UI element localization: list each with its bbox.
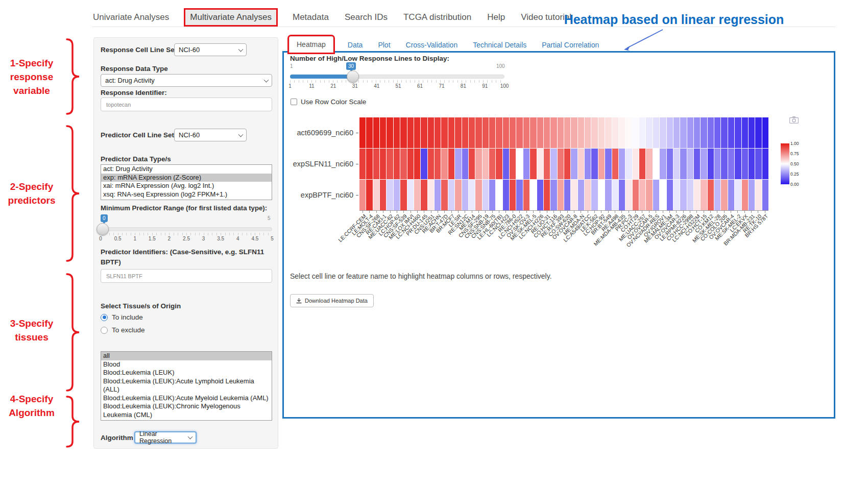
tab-cross-validation[interactable]: Cross-Validation [405,37,459,53]
heatmap-cell[interactable] [469,180,475,210]
tab-plot[interactable]: Plot [377,37,391,53]
heatmap-cell[interactable] [387,117,393,148]
heatmap-cell[interactable] [653,149,659,179]
heatmap-cell[interactable] [455,117,461,148]
heatmap-cell[interactable] [701,149,707,179]
heatmap-cell[interactable] [441,149,447,179]
heatmap-cell[interactable] [585,180,591,210]
heatmap-cell[interactable] [503,180,509,210]
heatmap-cell[interactable] [359,180,366,210]
heatmap-cell[interactable] [591,180,597,210]
heatmap-cell[interactable] [462,180,468,210]
heatmap-cell[interactable] [400,117,406,148]
algorithm-select[interactable]: Linear Regression [134,431,197,444]
tab-data[interactable]: Data [347,37,364,53]
heatmap-cell[interactable] [571,117,577,148]
heatmap-cell[interactable] [394,149,400,179]
predictor-data-type-option[interactable]: exp: mRNA Expression (Z-Score) [101,174,272,182]
heatmap-cell[interactable] [571,180,577,210]
heatmap-cell[interactable] [721,117,727,148]
heatmap-cell[interactable] [359,117,366,148]
heatmap-cell[interactable] [742,149,748,179]
heatmap-cell[interactable] [762,149,768,179]
nav-item-multivariate-analyses[interactable]: Multivariate Analyses [184,8,278,27]
heatmap-cell[interactable] [721,180,727,210]
heatmap-cell[interactable] [694,149,700,179]
heatmap-cell[interactable] [503,117,509,148]
heatmap-cell[interactable] [625,180,632,210]
heatmap-cell[interactable] [489,180,495,210]
heatmap-cell[interactable] [673,149,680,179]
heatmap-cell[interactable] [728,149,734,179]
heatmap-cell[interactable] [550,149,557,179]
heatmap-cell[interactable] [680,117,686,148]
heatmap-cell[interactable] [530,117,536,148]
heatmap-cell[interactable] [735,180,741,210]
heatmap-row-label[interactable]: expBPTF_nci60 [276,191,353,199]
heatmap-cell[interactable] [694,180,700,210]
heatmap-cell[interactable] [755,117,761,148]
tissue-include-radio[interactable]: To include [101,313,143,321]
heatmap-cell[interactable] [455,180,461,210]
heatmap-cell[interactable] [619,180,625,210]
heatmap-cell[interactable] [585,149,591,179]
heatmap-cell[interactable] [475,149,481,179]
nav-item-metadata[interactable]: Metadata [292,10,330,25]
heatmap-cell[interactable] [633,117,639,148]
heatmap-cell[interactable] [523,180,529,210]
heatmap-cell[interactable] [639,117,645,148]
heatmap-cell[interactable] [428,117,434,148]
heatmap-cell[interactable] [441,180,447,210]
heatmap-cell[interactable] [537,117,543,148]
heatmap-cell[interactable] [605,149,611,179]
heatmap-cell[interactable] [366,180,372,210]
heatmap-cell[interactable] [646,149,652,179]
heatmap-cell[interactable] [667,180,673,210]
heatmap-cell[interactable] [516,117,522,148]
heatmap-cell[interactable] [564,117,570,148]
heatmap-cell[interactable] [366,117,372,148]
heatmap-cell[interactable] [407,149,414,179]
predictor-data-type-option[interactable]: xai: mRNA Expression (Avg. log2 Int.) [101,182,272,190]
heatmap-cell[interactable] [598,180,605,210]
min-predictor-range-slider[interactable] [101,227,272,231]
heatmap-cell[interactable] [421,117,427,148]
heatmap-cell[interactable] [728,180,734,210]
heatmap-cell[interactable] [475,180,481,210]
heatmap-cell[interactable] [721,149,727,179]
heatmap-cell[interactable] [612,180,618,210]
heatmap-cell[interactable] [673,117,680,148]
heatmap-cell[interactable] [735,149,741,179]
heatmap-cell[interactable] [366,149,372,179]
heatmap-cell[interactable] [619,117,625,148]
download-heatmap-data-button[interactable]: Download Heatmap Data [290,294,374,307]
heatmap-cell[interactable] [510,149,516,179]
heatmap-cell[interactable] [544,180,550,210]
heatmap-cell[interactable] [598,149,605,179]
heatmap-cell[interactable] [714,149,720,179]
heatmap-cell[interactable] [400,149,406,179]
heatmap-cell[interactable] [762,117,768,148]
tab-partial-correlation[interactable]: Partial Correlation [541,37,600,53]
heatmap-cell[interactable] [544,117,550,148]
heatmap-cell[interactable] [558,180,564,210]
heatmap-cell[interactable] [619,149,625,179]
heatmap-cell[interactable] [421,180,427,210]
heatmap-cell[interactable] [749,180,755,210]
heatmap-cell[interactable] [483,149,489,179]
heatmap-cell[interactable] [591,117,597,148]
row-color-scale-checkbox[interactable] [291,99,297,105]
heatmap-cell[interactable] [680,149,686,179]
nav-item-search-ids[interactable]: Search IDs [344,10,389,25]
heatmap-cell[interactable] [407,180,414,210]
heatmap-cell[interactable] [550,180,557,210]
heatmap-cell[interactable] [373,180,379,210]
heatmap-cell[interactable] [660,180,666,210]
heatmap-cell[interactable] [687,149,693,179]
tissue-option[interactable]: Blood:Leukemia (LEUK):Acute Lymphoid Leu… [101,377,272,394]
heatmap-cell[interactable] [510,117,516,148]
heatmap-cell[interactable] [633,149,639,179]
heatmap-cell[interactable] [510,180,516,210]
heatmap-cell[interactable] [762,180,768,210]
heatmap-cell[interactable] [667,149,673,179]
